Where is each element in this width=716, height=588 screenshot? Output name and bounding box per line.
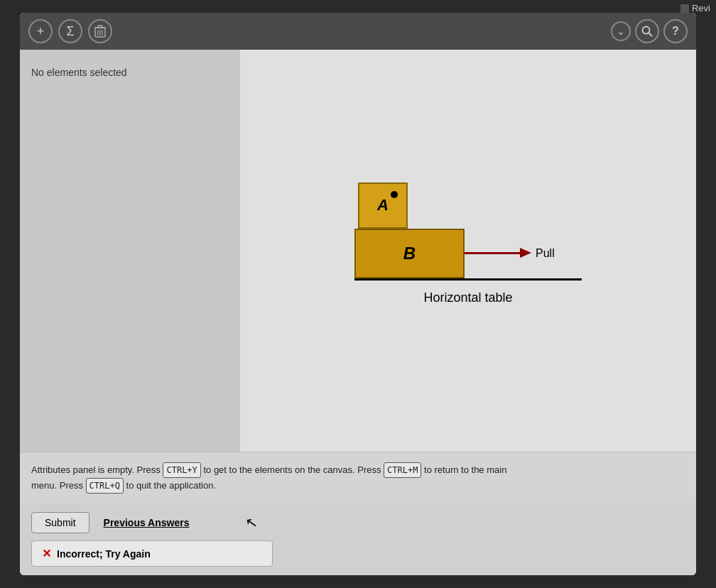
chevron-button[interactable]: ⌄ <box>611 21 631 41</box>
trash-icon <box>94 25 106 38</box>
add-button[interactable]: + <box>28 19 53 43</box>
svg-point-6 <box>643 27 650 34</box>
left-panel: No elements selected <box>20 50 240 452</box>
block-a-dot <box>391 191 398 198</box>
svg-line-7 <box>649 33 653 37</box>
arrow-head <box>520 248 531 258</box>
table-line <box>354 278 582 281</box>
block-b-row: B Pull <box>354 229 555 278</box>
toolbar-right: ⌄ ? <box>611 19 688 43</box>
block-a: A <box>358 183 408 229</box>
arrow-line <box>465 252 521 254</box>
kbd-ctrly: CTRL+Y <box>163 462 200 478</box>
help-button[interactable]: ? <box>663 19 688 43</box>
pull-arrow-group: Pull <box>465 247 555 260</box>
info-text-4: menu. Press <box>31 480 86 491</box>
block-b: B <box>354 229 465 278</box>
diagram-caption: Horizontal table <box>423 290 512 305</box>
cursor-icon: ↖ <box>244 513 259 533</box>
content-area: No elements selected A B <box>20 50 696 452</box>
no-elements-text: No elements selected <box>31 67 229 78</box>
top-right-label: Revi <box>680 3 710 13</box>
blocks-container: A B <box>354 183 582 281</box>
search-icon <box>641 26 653 37</box>
footer-row1: Submit Previous Answers ↖ <box>31 512 685 533</box>
info-text-3: to return to the main <box>421 464 506 475</box>
footer: Submit Previous Answers ↖ ✕ Incorrect; T… <box>20 503 696 575</box>
x-icon: ✕ <box>42 547 51 560</box>
pull-label: Pull <box>536 247 555 260</box>
diagram-area: A B <box>354 183 582 305</box>
trash-button[interactable] <box>88 19 112 43</box>
kbd-ctrlm: CTRL+M <box>384 462 421 478</box>
info-text-2: to get to the elements on the canvas. Pr… <box>201 464 384 475</box>
toolbar-left: + Σ <box>28 19 112 43</box>
submit-button[interactable]: Submit <box>31 512 90 533</box>
right-panel: A B <box>240 50 696 452</box>
toolbar: + Σ ⌄ ? <box>20 13 696 50</box>
info-text-5: to quit the application. <box>124 480 216 491</box>
sum-button[interactable]: Σ <box>58 19 82 43</box>
search-button[interactable] <box>635 19 659 43</box>
arrow-container <box>465 252 521 254</box>
incorrect-text: Incorrect; Try Again <box>57 548 151 560</box>
incorrect-box: ✕ Incorrect; Try Again <box>31 540 273 567</box>
kbd-ctrlq: CTRL+Q <box>86 478 124 494</box>
svg-rect-2 <box>98 26 102 28</box>
previous-answers-link[interactable]: Previous Answers <box>104 517 190 528</box>
info-bar: Attributes panel is empty. Press CTRL+Y … <box>20 452 696 503</box>
info-text-1: Attributes panel is empty. Press <box>31 464 163 475</box>
main-container: + Σ ⌄ ? <box>20 13 696 575</box>
